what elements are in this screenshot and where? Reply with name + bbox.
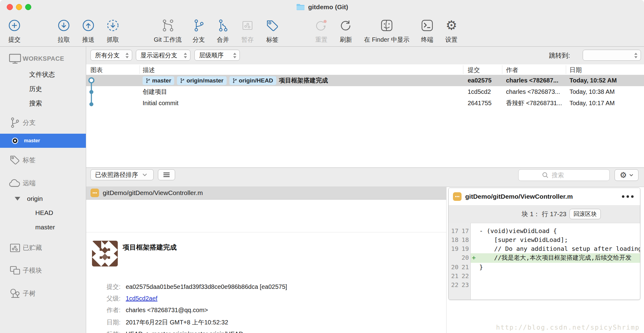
push-button[interactable]: 推送 bbox=[81, 16, 95, 44]
branch-filter-dropdown[interactable]: 所有分支 bbox=[90, 50, 132, 61]
stash-icon bbox=[7, 242, 23, 254]
show-in-finder-button[interactable]: 在 Finder 中显示 bbox=[364, 16, 409, 44]
sidebar-item-file-status[interactable]: 文件状态 bbox=[0, 68, 86, 81]
sidebar-remote-master[interactable]: master bbox=[0, 221, 86, 234]
pull-down-icon bbox=[57, 16, 71, 35]
reverse-hunk-button[interactable]: 回滚区块 bbox=[569, 209, 601, 219]
terminal-button[interactable]: 终端 bbox=[420, 16, 434, 44]
diff-line: 2122 bbox=[449, 272, 640, 281]
column-commit[interactable]: 提交 bbox=[468, 66, 480, 74]
diff-options-button[interactable]: ⚙ bbox=[615, 169, 638, 181]
diff-line: 1818 [super viewDidLoad]; bbox=[449, 235, 640, 244]
commit-description: 创建项目 bbox=[143, 88, 167, 96]
sidebar-item-search[interactable]: 搜索 bbox=[0, 97, 86, 110]
commit-table-header: 图表 描述 提交 作者 日期 bbox=[86, 64, 644, 75]
sidebar-branch-master[interactable]: master bbox=[0, 134, 86, 148]
push-up-icon bbox=[81, 16, 95, 35]
sort-dropdown[interactable]: 已依照路径排序 bbox=[90, 169, 154, 180]
commit-row-selected[interactable]: master origin/master origin/HEAD 项目框架搭建完… bbox=[86, 75, 644, 86]
tag-icon bbox=[265, 16, 280, 35]
column-date[interactable]: 日期 bbox=[569, 66, 582, 74]
merge-icon bbox=[217, 16, 229, 35]
file-row[interactable]: gitDemo/gitDemo/ViewController.m bbox=[86, 186, 446, 200]
commit-date: Today, 10:38 AM bbox=[569, 88, 640, 95]
column-graph[interactable]: 图表 bbox=[90, 66, 103, 74]
disclosure-triangle-icon[interactable] bbox=[15, 197, 20, 201]
modified-status-icon bbox=[90, 189, 99, 197]
merge-button[interactable]: 合并 bbox=[217, 16, 229, 44]
sidebar-section-submodules[interactable]: 子模块 bbox=[0, 264, 86, 277]
diff-file-header: gitDemo/gitDemo/ViewController.m bbox=[449, 188, 640, 205]
file-path: gitDemo/gitDemo/ViewController.m bbox=[103, 189, 203, 197]
commit-button[interactable]: 提交 bbox=[7, 16, 21, 44]
sidebar-section-branches[interactable]: 分支 bbox=[0, 116, 86, 129]
submodules-icon bbox=[7, 265, 23, 276]
commit-row[interactable]: 创建项目 1cd5cd2 charles <7826873... Today, … bbox=[86, 86, 644, 98]
sidebar-remote-head[interactable]: HEAD bbox=[0, 206, 86, 219]
column-description[interactable]: 描述 bbox=[143, 66, 155, 74]
sidebar-section-remotes[interactable]: 远端 bbox=[0, 177, 86, 189]
search-input[interactable] bbox=[551, 171, 586, 179]
refresh-icon bbox=[339, 16, 353, 35]
commit-row[interactable]: Initial commit 2641755 香辣虾 <78268731... … bbox=[86, 98, 644, 109]
tag-icon bbox=[7, 154, 23, 166]
branch-button[interactable]: 分支 bbox=[192, 16, 205, 44]
author-value: charles <78268731@qq.com> bbox=[126, 305, 208, 315]
sidebar: WORKSPACE 文件状态 历史 搜索 分支 master 标签 远端 ori… bbox=[0, 47, 86, 333]
updown-chevron-icon bbox=[183, 52, 188, 59]
sidebar-section-workspace: WORKSPACE bbox=[0, 52, 86, 65]
branch-badge-origin-head[interactable]: origin/HEAD bbox=[229, 76, 276, 85]
avatar bbox=[92, 241, 118, 266]
search-icon bbox=[542, 172, 549, 178]
sidebar-section-tags[interactable]: 标签 bbox=[0, 154, 86, 166]
diff-line: 2021} bbox=[449, 263, 640, 272]
commit-date: Today, 10:52 AM bbox=[569, 77, 640, 84]
cloud-icon bbox=[7, 178, 23, 188]
diff-file-path: gitDemo/gitDemo/ViewController.m bbox=[465, 193, 573, 200]
search-field[interactable] bbox=[518, 169, 610, 181]
settings-button[interactable]: ⚙ 设置 bbox=[445, 16, 458, 44]
reset-icon bbox=[314, 16, 329, 35]
commit-message-title: 项目框架搭建完成 bbox=[123, 243, 177, 252]
commit-description: 项目框架搭建完成 bbox=[279, 76, 328, 85]
jump-to-label: 跳转到: bbox=[549, 51, 570, 60]
chevron-down-icon bbox=[629, 174, 633, 177]
sidebar-remote-origin[interactable]: origin bbox=[0, 192, 86, 205]
jump-to-dropdown[interactable] bbox=[583, 50, 641, 61]
fetch-button[interactable]: 抓取 bbox=[106, 16, 120, 44]
column-author[interactable]: 作者 bbox=[506, 66, 518, 74]
stash-button[interactable]: 暂存 bbox=[240, 16, 255, 44]
commit-date: Today, 10:17 AM bbox=[569, 100, 640, 107]
sidebar-section-subtrees[interactable]: 子树 bbox=[0, 287, 86, 300]
list-icon bbox=[163, 172, 170, 177]
stash-icon bbox=[240, 16, 255, 35]
commit-plus-icon bbox=[7, 16, 21, 35]
branch-badge-origin-master[interactable]: origin/master bbox=[177, 76, 226, 85]
field-label: 标签: bbox=[86, 329, 121, 333]
sidebar-section-stashes[interactable]: 已贮藏 bbox=[0, 241, 86, 254]
remote-branches-dropdown[interactable]: 显示远程分支 bbox=[136, 50, 190, 61]
tag-button[interactable]: 标签 bbox=[265, 16, 280, 44]
subtrees-icon bbox=[7, 287, 23, 300]
parent-commit-link[interactable]: 1cd5cd2aef bbox=[126, 294, 157, 303]
updown-chevron-icon bbox=[232, 52, 237, 59]
settings-gear-icon: ⚙ bbox=[445, 16, 458, 35]
field-label: 父级: bbox=[86, 294, 121, 303]
refresh-button[interactable]: 刷新 bbox=[339, 16, 353, 44]
finder-icon bbox=[364, 16, 409, 35]
sidebar-item-history[interactable]: 历史 bbox=[0, 82, 86, 95]
commit-sha: ea02575 bbox=[468, 77, 501, 84]
updown-chevron-icon bbox=[125, 52, 129, 59]
diff-line: 1717- (void)viewDidLoad { bbox=[449, 227, 640, 235]
gear-icon: ⚙ bbox=[620, 171, 627, 179]
more-options-icon[interactable] bbox=[622, 195, 634, 198]
commit-sha: 1cd5cd2 bbox=[468, 88, 501, 95]
reset-button[interactable]: 重置 bbox=[314, 16, 329, 44]
order-dropdown[interactable]: 层级顺序 bbox=[194, 50, 240, 61]
list-view-button[interactable] bbox=[158, 169, 175, 180]
gitflow-button[interactable]: Git 工作流 bbox=[154, 16, 182, 44]
branch-badge-master[interactable]: master bbox=[143, 76, 174, 85]
pull-button[interactable]: 拉取 bbox=[57, 16, 71, 44]
history-filter-bar: 所有分支 显示远程分支 层级顺序 跳转到: bbox=[86, 47, 644, 65]
field-label: 作者: bbox=[86, 305, 121, 315]
